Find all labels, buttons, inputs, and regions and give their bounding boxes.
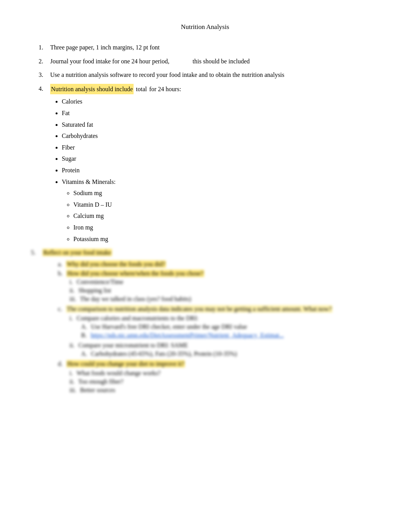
item4-line: Nutrition analysis should include total …	[50, 84, 379, 95]
nutrients-list: Calories Fat Saturated fat Carbohydrates…	[50, 97, 379, 244]
page-container: Nutrition Analysis Three page paper, 1 i…	[31, 23, 379, 394]
nutrient-carbohydrates: Carbohydrates	[62, 131, 379, 141]
blurred-5b: b. How did you choose where/when the foo…	[31, 270, 379, 277]
blurred-5c-i-text: Compare calories and macronutrients to t…	[76, 315, 198, 321]
item4-highlight: Nutrition analysis should include	[50, 84, 134, 95]
item2-after: this should be included	[193, 56, 250, 66]
mineral-potassium: Potassium mg	[73, 234, 379, 244]
main-list: Three page paper, 1 inch margins, 12 pt …	[31, 42, 379, 244]
item3-text: Use a nutrition analysis software to rec…	[50, 71, 285, 78]
mineral-calcium: Calcium mg	[73, 211, 379, 221]
blurred-5b-ii-text: Shopping list	[78, 287, 111, 294]
page-title: Nutrition Analysis	[31, 23, 379, 31]
blurred-5d-iii-text: Better sources	[80, 387, 115, 393]
mineral-iron: Iron mg	[73, 223, 379, 233]
blurred-5d-i: i. What foods would change works?	[31, 370, 379, 377]
nutrient-fiber: Fiber	[62, 143, 379, 153]
blurred-5d-ii: ii. Too enough fiber?	[31, 378, 379, 385]
mineral-sodium: Sodium mg	[73, 188, 379, 198]
nutrient-protein: Protein	[62, 165, 379, 175]
blurred-5b-i: i. Convenience/Time	[31, 279, 379, 286]
list-item-2: Journal your food intake for one 24 hour…	[39, 56, 379, 66]
list-item-4: Nutrition analysis should include total …	[39, 84, 379, 244]
blurred-item-5: Reflect on your food intake	[31, 248, 379, 258]
nutrient-saturated-fat: Saturated fat	[62, 120, 379, 130]
blurred-5c-text: The comparison to nutrition analysis dat…	[66, 305, 332, 313]
blurred-5a: a. Why did you choose the foods you did?	[31, 261, 379, 268]
blurred-section: Reflect on your food intake a. Why did y…	[31, 248, 379, 394]
item4-middle: total	[136, 84, 147, 94]
item2-before: Journal your food intake for one 24 hour…	[50, 56, 169, 66]
list-item-1: Three page paper, 1 inch margins, 12 pt …	[39, 42, 379, 53]
nutrient-sugar: Sugar	[62, 154, 379, 164]
blurred-5c-ii: ii. Compare your micronutrient to DRI: S…	[31, 342, 379, 349]
nutrient-calories: Calories	[62, 97, 379, 107]
blurred-5c-i-a-text: Use Harvard's free DRI checker, enter un…	[91, 323, 247, 330]
blurred-5b-i-text: Convenience/Time	[76, 279, 123, 285]
blurred-5b-iii: iii. The day we talked in class (yes? fo…	[31, 296, 379, 303]
blurred-5c-ii-text: Compare your micronutrient to DRI: SAME	[78, 342, 188, 348]
blurred-5c-ii-a: A. Carbohydrates (45-65%), Fats (20-35%)…	[31, 350, 379, 357]
blurred-5b-iii-text: The day we talked in class (yes? food ha…	[80, 296, 191, 302]
blurred-5c-i-b: B. https://nds.nic.umn.edu/DietAssessmen…	[31, 332, 379, 339]
blurred-5d-i-text: What foods would change works?	[76, 370, 161, 376]
blurred-5d-text: How could you change your diet to improv…	[66, 360, 185, 367]
nutrient-vitamins: Vitamins & Minerals: Sodium mg Vitamin D…	[62, 177, 379, 244]
blurred-5a-text: Why did you choose the foods you did?	[66, 260, 166, 268]
nutrient-fat: Fat	[62, 108, 379, 118]
minerals-list: Sodium mg Vitamin D – IU Calcium mg Iron…	[62, 188, 379, 244]
blurred-5c-i-b-text: https://nds.nic.umn.edu/DietAssessmentPr…	[91, 332, 284, 338]
blurred-5d: d. How could you change your diet to imp…	[31, 360, 379, 367]
blurred-5b-ii: ii. Shopping list	[31, 287, 379, 294]
list-item-3: Use a nutrition analysis software to rec…	[39, 70, 379, 80]
blurred-item5-text: Reflect on your food intake	[42, 249, 112, 256]
blurred-5c: c. The comparison to nutrition analysis …	[31, 306, 379, 313]
blurred-5c-i-a: A. Use Harvard's free DRI checker, enter…	[31, 323, 379, 330]
item4-end: for 24 hours:	[149, 84, 181, 94]
item2-container: Journal your food intake for one 24 hour…	[50, 56, 379, 66]
item1-text: Three page paper, 1 inch margins, 12 pt …	[50, 44, 159, 51]
blurred-5c-ii-a-text: Carbohydrates (45-65%), Fats (20-35%), P…	[91, 350, 237, 357]
blurred-5c-i: i. Compare calories and macronutrients t…	[31, 315, 379, 322]
blurred-5d-iii: iii. Better sources	[31, 387, 379, 394]
blurred-5d-ii-text: Too enough fiber?	[78, 378, 124, 385]
mineral-vitamind: Vitamin D – IU	[73, 200, 379, 210]
blurred-5b-text: How did you choose where/when the foods …	[66, 270, 204, 277]
